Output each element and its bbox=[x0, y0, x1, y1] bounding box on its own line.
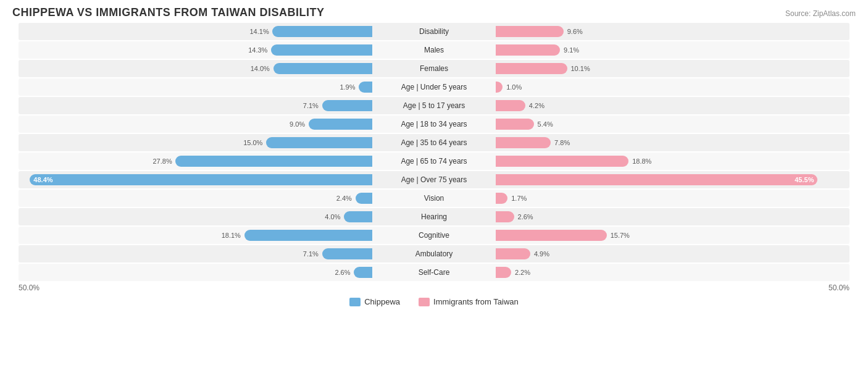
bar-pink bbox=[496, 193, 507, 204]
table-row: 14.1%Disability9.6% bbox=[19, 23, 849, 40]
table-row: 7.1%Age | 5 to 17 years4.2% bbox=[19, 97, 849, 114]
value-right-outside: 4.9% bbox=[534, 250, 549, 258]
bar-label: Self-Care bbox=[372, 268, 496, 277]
value-right-outside: 2.2% bbox=[515, 269, 530, 276]
bar-blue bbox=[271, 44, 372, 56]
bar-label: Ambulatory bbox=[372, 250, 496, 258]
bar-label: Males bbox=[372, 46, 496, 54]
bar-blue bbox=[322, 100, 372, 111]
value-left-inside: 48.4% bbox=[30, 176, 52, 183]
legend: Chippewa Immigrants from Taiwan bbox=[12, 297, 856, 306]
bar-pink bbox=[496, 230, 607, 241]
axis-row: 50.0% 50.0% bbox=[19, 284, 849, 292]
table-row: 2.6%Self-Care2.2% bbox=[19, 264, 849, 281]
value-left-outside: 2.4% bbox=[336, 195, 352, 202]
value-right-inside: 45.5% bbox=[795, 176, 817, 183]
bar-pink bbox=[496, 119, 534, 130]
bar-blue bbox=[309, 119, 372, 130]
bar-label: Age | Under 5 years bbox=[372, 83, 496, 91]
value-right-outside: 4.2% bbox=[529, 102, 545, 109]
value-left-outside: 14.3% bbox=[248, 46, 267, 54]
value-left-outside: 1.9% bbox=[340, 83, 355, 91]
bar-blue bbox=[356, 193, 373, 204]
value-left-outside: 15.0% bbox=[243, 139, 262, 146]
bar-pink bbox=[496, 26, 564, 37]
bar-pink bbox=[496, 82, 503, 93]
value-left-outside: 27.8% bbox=[152, 158, 172, 165]
value-left-outside: 9.0% bbox=[290, 120, 305, 128]
value-right-outside: 18.8% bbox=[632, 158, 651, 165]
bar-pink bbox=[496, 248, 530, 259]
bar-label: Age | 18 to 34 years bbox=[372, 120, 496, 128]
value-right-outside: 5.4% bbox=[538, 120, 553, 128]
bar-label: Females bbox=[372, 64, 496, 73]
value-right-outside: 1.7% bbox=[511, 195, 527, 202]
bar-blue bbox=[322, 248, 372, 259]
bar-pink bbox=[496, 44, 560, 56]
bar-blue bbox=[272, 26, 372, 37]
value-left-outside: 7.1% bbox=[303, 102, 319, 109]
value-right-outside: 15.7% bbox=[611, 232, 630, 239]
bar-pink bbox=[496, 63, 567, 74]
table-row: 1.9%Age | Under 5 years1.0% bbox=[19, 78, 849, 96]
chart-container: 14.1%Disability9.6%14.3%Males9.1%14.0%Fe… bbox=[12, 23, 856, 292]
bar-pink bbox=[496, 211, 514, 222]
table-row: 15.0%Age | 35 to 64 years7.8% bbox=[19, 134, 849, 151]
bar-blue bbox=[344, 211, 372, 222]
legend-label-pink: Immigrants from Taiwan bbox=[433, 297, 519, 306]
table-row: 14.3%Males9.1% bbox=[19, 41, 849, 59]
bar-blue bbox=[266, 137, 372, 148]
bar-label: Age | 35 to 64 years bbox=[372, 138, 496, 147]
legend-box-pink bbox=[419, 298, 430, 306]
value-left-outside: 7.1% bbox=[303, 250, 319, 258]
table-row: 7.1%Ambulatory4.9% bbox=[19, 245, 849, 262]
legend-label-blue: Chippewa bbox=[364, 297, 400, 306]
value-right-outside: 10.1% bbox=[570, 65, 590, 72]
bar-blue bbox=[175, 156, 372, 167]
value-left-outside: 2.6% bbox=[335, 269, 350, 276]
value-right-outside: 9.1% bbox=[564, 46, 579, 54]
value-right-outside: 9.6% bbox=[567, 28, 583, 35]
bar-blue bbox=[354, 267, 372, 278]
legend-item-pink: Immigrants from Taiwan bbox=[419, 297, 519, 306]
axis-right: 50.0% bbox=[828, 284, 849, 292]
axis-left: 50.0% bbox=[19, 284, 40, 292]
table-row: 18.1%Cognitive15.7% bbox=[19, 227, 849, 244]
bar-label: Vision bbox=[372, 194, 496, 203]
value-right-outside: 2.6% bbox=[518, 213, 533, 220]
value-left-outside: 14.1% bbox=[249, 28, 269, 35]
bar-pink bbox=[496, 156, 628, 167]
table-row: 2.4%Vision1.7% bbox=[19, 190, 849, 207]
bar-blue bbox=[273, 63, 372, 74]
bar-label: Disability bbox=[372, 27, 496, 36]
bar-label: Cognitive bbox=[372, 231, 496, 240]
bar-blue bbox=[359, 82, 372, 93]
legend-box-blue bbox=[349, 298, 361, 306]
table-row: 9.0%Age | 18 to 34 years5.4% bbox=[19, 116, 849, 133]
value-left-outside: 14.0% bbox=[251, 65, 270, 72]
bar-blue bbox=[244, 230, 372, 241]
table-row: 14.0%Females10.1% bbox=[19, 60, 849, 77]
value-left-outside: 18.1% bbox=[222, 232, 241, 239]
legend-item-blue: Chippewa bbox=[349, 297, 400, 306]
value-right-outside: 1.0% bbox=[506, 83, 522, 91]
bar-pink bbox=[496, 267, 511, 278]
bar-label: Age | 5 to 17 years bbox=[372, 101, 496, 110]
bar-blue: 48.4% bbox=[30, 174, 372, 185]
value-right-outside: 7.8% bbox=[554, 139, 570, 146]
bar-pink: 45.5% bbox=[496, 174, 817, 185]
bar-pink bbox=[496, 100, 525, 111]
value-left-outside: 4.0% bbox=[325, 213, 340, 220]
table-row: 4.0%Hearing2.6% bbox=[19, 208, 849, 225]
bar-label: Age | Over 75 years bbox=[372, 175, 496, 184]
table-row: 48.4%Age | Over 75 years45.5% bbox=[19, 171, 849, 188]
table-row: 27.8%Age | 65 to 74 years18.8% bbox=[19, 153, 849, 170]
bar-label: Hearing bbox=[372, 212, 496, 221]
bar-pink bbox=[496, 137, 551, 148]
bar-label: Age | 65 to 74 years bbox=[372, 157, 496, 166]
